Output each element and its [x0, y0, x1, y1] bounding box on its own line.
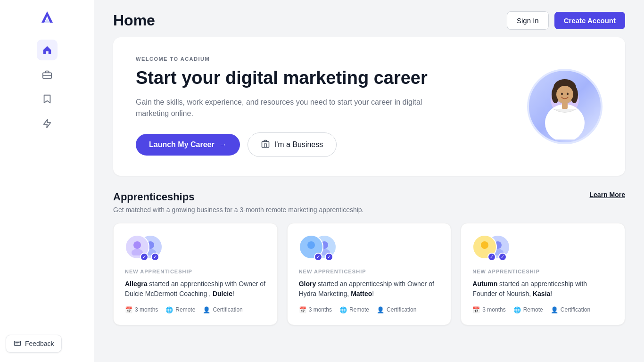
sidebar-item-home[interactable]	[37, 40, 58, 60]
type-3: 👤 Certification	[551, 306, 590, 313]
section-description: Get matched with a growing business for …	[113, 206, 625, 214]
person-icon-3: 👤	[551, 306, 558, 313]
svg-point-23	[481, 241, 488, 249]
hero-card: WELCOME TO ACADIUM Start your digital ma…	[113, 37, 625, 176]
type-2: 👤 Certification	[377, 306, 416, 313]
type-1: 👤 Certification	[203, 306, 242, 313]
signin-button[interactable]: Sign In	[507, 11, 549, 30]
hero-buttons: Launch My Career → I'm a Business	[136, 132, 456, 157]
duration-3: 📅 3 months	[472, 306, 505, 313]
card-meta-3: 📅 3 months 🌐 Remote 👤 Certification	[472, 306, 613, 313]
calendar-icon-3: 📅	[472, 306, 480, 313]
card-avatars-3: ✓ ✓	[472, 235, 510, 261]
hero-content: WELCOME TO ACADIUM Start your digital ma…	[136, 56, 456, 157]
svg-point-19	[307, 241, 315, 249]
duration-2: 📅 3 months	[299, 306, 332, 313]
location-3: 🌐 Remote	[513, 306, 543, 313]
apprentice-card-3: ✓ ✓ NEW APPRENTICESHIP Autumn started an…	[461, 223, 625, 325]
person-icon: 👤	[203, 306, 210, 313]
arrow-right-icon: →	[219, 140, 227, 149]
building-icon	[261, 140, 270, 150]
page-header: Home Sign In Create Account	[94, 0, 644, 37]
globe-icon-2: 🌐	[339, 306, 347, 313]
svg-rect-2	[14, 341, 20, 346]
verified-badge-3a: ✓	[487, 253, 496, 261]
person-icon-2: 👤	[377, 306, 384, 313]
learn-more-link[interactable]: Learn More	[590, 191, 625, 198]
business-button[interactable]: I'm a Business	[248, 132, 337, 157]
location-2: 🌐 Remote	[339, 306, 369, 313]
apprenticeships-section: Apprenticeships Learn More Get matched w…	[94, 191, 644, 340]
hero-welcome-label: WELCOME TO ACADIUM	[136, 56, 456, 62]
card-meta-2: 📅 3 months 🌐 Remote 👤 Certification	[299, 306, 440, 313]
duration-1: 📅 3 months	[125, 306, 158, 313]
logo[interactable]	[39, 9, 56, 26]
location-1: 🌐 Remote	[165, 306, 195, 313]
hero-description: Gain the skills, work experience, and re…	[136, 97, 456, 119]
verified-badge-2b: ✓	[325, 253, 333, 261]
card-badge-3: NEW APPRENTICESHIP	[472, 269, 613, 274]
card-meta-1: 📅 3 months 🌐 Remote 👤 Certification	[125, 306, 266, 313]
main-content: Home Sign In Create Account WELCOME TO A…	[94, 0, 644, 362]
verified-badge-3b: ✓	[498, 253, 507, 261]
calendar-icon-2: 📅	[299, 306, 306, 313]
sidebar: Feedback	[0, 0, 94, 362]
create-account-button[interactable]: Create Account	[554, 12, 625, 29]
card-avatars-2: ✓ ✓	[299, 235, 337, 261]
svg-point-10	[556, 86, 573, 103]
launch-career-button[interactable]: Launch My Career →	[136, 134, 240, 156]
card-text-3: Autumn started an apprenticeship with Fo…	[472, 279, 613, 299]
apprentice-card-2: ✓ ✓ NEW APPRENTICESHIP Glory started an …	[287, 223, 452, 325]
globe-icon: 🌐	[165, 306, 173, 313]
hero-title: Start your digital marketing career	[136, 67, 456, 89]
hero-avatar	[527, 69, 603, 144]
card-text-1: Allegra started an apprenticeship with O…	[125, 279, 266, 299]
sidebar-item-bookmark[interactable]	[37, 89, 58, 109]
apprenticeship-cards: ✓ ✓ NEW APPRENTICESHIP Allegra started a…	[113, 223, 625, 325]
sidebar-item-bolt[interactable]	[37, 113, 58, 134]
svg-point-12	[567, 92, 569, 95]
verified-badge-1b: ✓	[151, 253, 159, 261]
svg-rect-14	[562, 102, 568, 109]
svg-rect-3	[262, 141, 269, 147]
calendar-icon: 📅	[125, 306, 132, 313]
svg-point-11	[561, 92, 563, 95]
svg-point-15	[133, 241, 141, 249]
globe-icon-3: 🌐	[513, 306, 521, 313]
card-badge-2: NEW APPRENTICESHIP	[299, 269, 440, 274]
sidebar-item-briefcase[interactable]	[37, 64, 58, 85]
feedback-button[interactable]: Feedback	[6, 335, 62, 353]
feedback-label: Feedback	[25, 340, 54, 347]
verified-badge-1a: ✓	[140, 253, 149, 261]
feedback-icon	[14, 340, 21, 347]
page-title: Home	[113, 12, 155, 29]
svg-rect-4	[264, 144, 266, 148]
section-title: Apprenticeships	[113, 191, 194, 203]
sidebar-nav	[0, 40, 94, 134]
verified-badge-2a: ✓	[314, 253, 322, 261]
header-actions: Sign In Create Account	[507, 11, 625, 30]
card-avatars-1: ✓ ✓	[125, 235, 163, 261]
card-text-2: Glory started an apprenticeship with Own…	[299, 279, 440, 299]
card-badge-1: NEW APPRENTICESHIP	[125, 269, 266, 274]
apprentice-card-1: ✓ ✓ NEW APPRENTICESHIP Allegra started a…	[113, 223, 278, 325]
section-header: Apprenticeships Learn More	[113, 191, 625, 203]
